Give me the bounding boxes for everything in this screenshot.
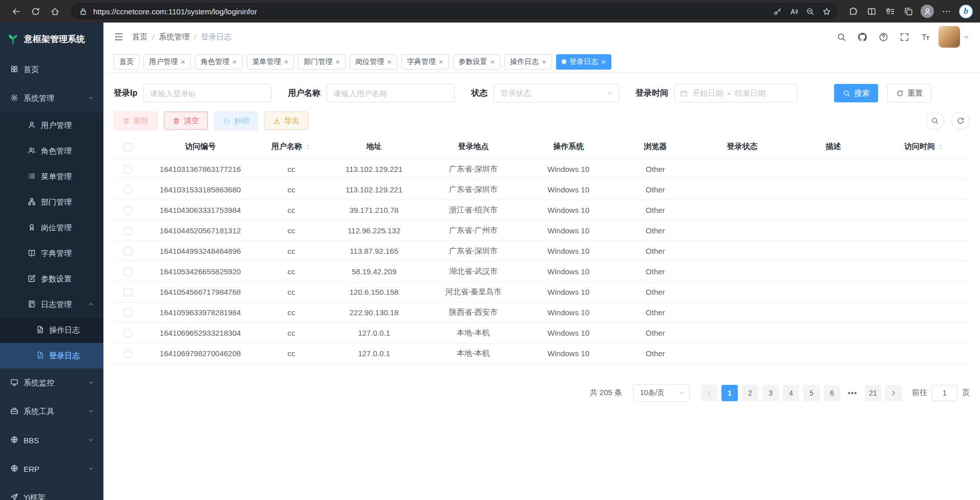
tab-close-icon[interactable]: × xyxy=(284,58,289,66)
reset-button[interactable]: 重置 xyxy=(887,84,931,102)
page-6-button[interactable]: 6 xyxy=(824,385,840,401)
delete-button[interactable]: 删除 xyxy=(114,112,158,130)
sidebar-item-menu-mgmt[interactable]: 菜单管理 xyxy=(0,164,103,189)
favorites-bar-icon[interactable] xyxy=(881,3,899,20)
tab-dict-mgmt[interactable]: 字典管理× xyxy=(401,54,449,70)
avatar-caret-down-icon[interactable] xyxy=(963,34,970,40)
tab-close-icon[interactable]: × xyxy=(335,58,340,66)
font-size-icon[interactable] xyxy=(921,32,930,42)
user-avatar[interactable] xyxy=(939,26,960,48)
more-options-icon[interactable] xyxy=(938,3,955,20)
tab-user-mgmt[interactable]: 用户管理× xyxy=(143,54,191,70)
sidebar-item-user-mgmt[interactable]: 用户管理 xyxy=(0,113,103,138)
refresh-icon[interactable] xyxy=(27,3,44,20)
row-checkbox[interactable] xyxy=(124,309,132,317)
read-aloud-icon[interactable] xyxy=(786,4,801,19)
tab-close-icon[interactable]: × xyxy=(181,58,185,66)
split-screen-icon[interactable] xyxy=(863,3,880,20)
tab-post-mgmt[interactable]: 岗位管理× xyxy=(350,54,397,70)
user-name-input[interactable] xyxy=(327,84,455,102)
sidebar-item-param-settings[interactable]: 参数设置 xyxy=(0,266,103,292)
select-all-checkbox[interactable] xyxy=(124,143,132,151)
favorite-star-icon[interactable] xyxy=(819,4,834,19)
sidebar-item-log-mgmt[interactable]: 日志管理 xyxy=(0,292,103,317)
breadcrumb-item[interactable]: 系统管理 xyxy=(159,32,189,42)
page-1-button[interactable]: 1 xyxy=(721,385,738,401)
tab-role-mgmt[interactable]: 角色管理× xyxy=(195,54,243,70)
sidebar-item-dept-mgmt[interactable]: 部门管理 xyxy=(0,189,103,215)
back-icon[interactable] xyxy=(7,3,25,20)
github-icon[interactable] xyxy=(858,32,867,42)
sidebar-item-erp[interactable]: ERP xyxy=(0,454,103,483)
tab-close-icon[interactable]: × xyxy=(232,58,237,66)
breadcrumb-item[interactable]: 首页 xyxy=(132,32,147,42)
export-button[interactable]: 导出 xyxy=(264,112,308,130)
search-button[interactable]: 搜索 xyxy=(834,84,878,102)
tab-home[interactable]: 首页 xyxy=(114,54,139,70)
profile-icon[interactable] xyxy=(921,5,934,18)
sidebar-item-dict-mgmt[interactable]: 字典管理 xyxy=(0,241,103,266)
row-checkbox[interactable] xyxy=(124,350,132,358)
last-page-button[interactable]: 21 xyxy=(865,385,881,401)
question-icon[interactable] xyxy=(879,32,888,42)
tab-close-icon[interactable]: × xyxy=(439,58,443,66)
home-icon[interactable] xyxy=(46,3,63,20)
caret-sort-icon[interactable] xyxy=(304,143,311,150)
next-page-button[interactable] xyxy=(885,385,902,401)
tab-op-log[interactable]: 操作日志× xyxy=(504,54,552,70)
login-ip-input[interactable] xyxy=(143,84,271,102)
page-2-button[interactable]: 2 xyxy=(742,385,758,401)
page-5-button[interactable]: 5 xyxy=(803,385,820,401)
tab-dept-mgmt[interactable]: 部门管理× xyxy=(298,54,346,70)
collections-icon[interactable] xyxy=(900,3,917,20)
row-checkbox[interactable] xyxy=(124,288,132,296)
sidebar-item-system-mgmt[interactable]: 系统管理 xyxy=(0,84,103,113)
row-checkbox[interactable] xyxy=(124,206,132,214)
sidebar-item-yi-framework[interactable]: Yi框架 xyxy=(0,483,103,500)
key-icon[interactable] xyxy=(770,4,785,19)
sidebar-collapse-icon[interactable] xyxy=(114,32,124,42)
refresh-table-button[interactable] xyxy=(951,112,970,130)
row-checkbox[interactable] xyxy=(124,165,132,173)
tab-close-icon[interactable]: × xyxy=(491,58,495,66)
goto-page-input[interactable] xyxy=(932,385,957,401)
row-checkbox[interactable] xyxy=(124,268,132,276)
sidebar-item-login-log[interactable]: 登录日志 xyxy=(0,343,103,368)
search-icon[interactable] xyxy=(837,32,846,42)
cell-user-name: cc xyxy=(258,322,324,343)
status-select[interactable]: 登录状态 xyxy=(494,84,619,102)
sidebar-item-role-mgmt[interactable]: 角色管理 xyxy=(0,138,103,164)
sidebar-item-sys-tools[interactable]: 系统工具 xyxy=(0,397,103,426)
clear-button[interactable]: 清空 xyxy=(164,112,208,130)
row-checkbox[interactable] xyxy=(124,329,132,337)
prev-page-button[interactable] xyxy=(701,385,717,401)
extensions-icon[interactable] xyxy=(844,3,862,20)
tab-close-icon[interactable]: × xyxy=(601,58,606,66)
tab-login-log[interactable]: 登录日志× xyxy=(556,54,611,70)
sidebar-item-home[interactable]: 首页 xyxy=(0,55,103,84)
toggle-search-button[interactable] xyxy=(926,112,944,130)
row-checkbox[interactable] xyxy=(124,186,132,194)
fullscreen-icon[interactable] xyxy=(900,32,909,42)
sidebar-item-sys-monitor[interactable]: 系统监控 xyxy=(0,368,103,397)
row-checkbox[interactable] xyxy=(124,247,132,255)
unlock-button[interactable]: 解锁 xyxy=(214,112,258,130)
address-bar[interactable]: https://ccnetcore.com:1101/system/log/lo… xyxy=(71,3,837,19)
sidebar-item-post-mgmt[interactable]: 岗位管理 xyxy=(0,215,103,241)
tab-menu-mgmt[interactable]: 菜单管理× xyxy=(247,54,294,70)
page-size-select[interactable]: 10条/页 xyxy=(633,384,690,402)
row-checkbox[interactable] xyxy=(124,227,132,235)
tab-param-settings[interactable]: 参数设置× xyxy=(453,54,501,70)
chevron-down-icon xyxy=(606,90,613,97)
page-3-button[interactable]: 3 xyxy=(762,385,779,401)
sidebar-item-op-log[interactable]: 操作日志 xyxy=(0,317,103,343)
zoom-out-icon[interactable] xyxy=(802,4,818,19)
login-time-range-picker[interactable]: 开始日期 - 结束日期 xyxy=(674,84,797,102)
page-4-button[interactable]: 4 xyxy=(783,385,799,401)
tab-close-icon[interactable]: × xyxy=(542,58,546,66)
sidebar-item-bbs[interactable]: BBS xyxy=(0,426,103,454)
pages-ellipsis[interactable]: ••• xyxy=(844,388,861,397)
tab-close-icon[interactable]: × xyxy=(387,58,392,66)
caret-sort-icon[interactable] xyxy=(937,143,944,150)
copilot-icon[interactable]: b xyxy=(959,5,973,18)
